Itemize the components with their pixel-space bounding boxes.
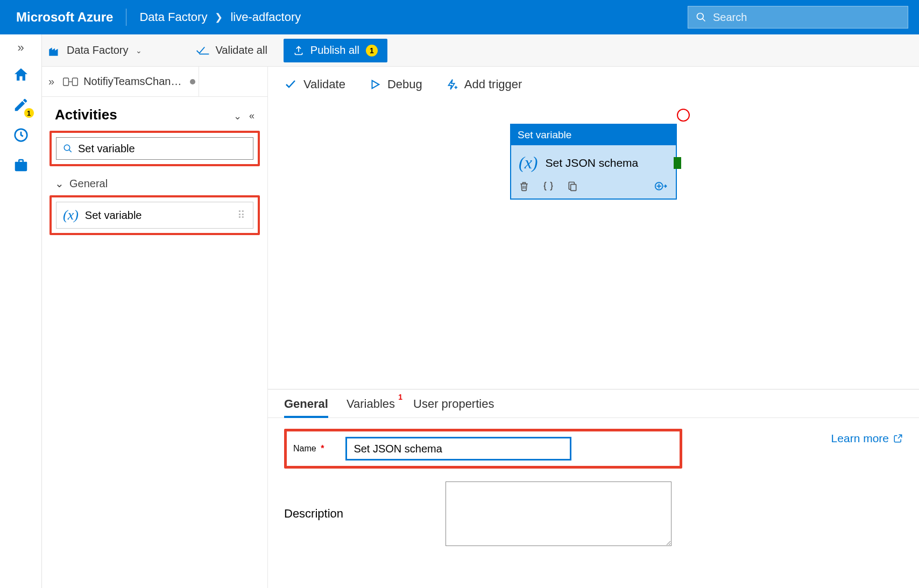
validate-all-label: Validate all — [215, 44, 267, 56]
chevron-right-icon: ❯ — [215, 11, 223, 23]
activity-node-title: Set JSON schema — [546, 157, 639, 169]
delete-icon[interactable] — [519, 180, 529, 192]
variable-icon: (x) — [63, 207, 79, 223]
rail-manage[interactable] — [11, 155, 31, 175]
pipeline-canvas-region: Validate Debug Add trigger — [268, 67, 919, 588]
factory-icon — [47, 44, 61, 58]
unsaved-indicator-icon — [190, 79, 195, 84]
global-search-input[interactable] — [713, 11, 900, 24]
brand-label[interactable]: Microsoft Azure — [16, 10, 113, 25]
publish-all-button[interactable]: Publish all 1 — [284, 39, 387, 62]
selection-ring-icon — [677, 109, 690, 122]
name-label-text: Name — [293, 444, 316, 453]
factory-selector[interactable]: Data Factory ⌄ — [47, 44, 142, 58]
azure-header: Microsoft Azure Data Factory ❯ live-adfa… — [0, 0, 919, 34]
properties-panel: General Variables 1 User properties Lear… — [268, 389, 919, 588]
validate-all-button[interactable]: Validate all — [196, 44, 267, 56]
properties-tabs: General Variables 1 User properties — [268, 389, 919, 418]
activity-node-set-variable[interactable]: Set variable (x) Set JSON schema — [510, 124, 677, 200]
external-link-icon — [893, 434, 903, 443]
properties-tab-user-properties-label: User properties — [413, 397, 494, 410]
activities-search[interactable] — [56, 137, 253, 160]
tab-strip-expand-icon[interactable]: » — [48, 75, 54, 88]
success-output-handle[interactable] — [674, 157, 681, 169]
pipeline-tab[interactable]: NotifiyTeamsChan… — [60, 67, 199, 96]
activity-item-label: Set variable — [85, 209, 142, 222]
publish-icon — [293, 45, 304, 56]
learn-more-link[interactable]: Learn more — [831, 432, 903, 445]
properties-tab-user-properties[interactable]: User properties — [413, 397, 494, 417]
canvas-debug-button[interactable]: Debug — [369, 77, 422, 91]
properties-tab-variables-label: Variables — [347, 397, 395, 410]
learn-more-label: Learn more — [831, 432, 889, 445]
name-input[interactable] — [345, 437, 571, 461]
authoring-toolbar: Data Factory ⌄ Validate all Publish all … — [42, 34, 919, 67]
rail-author[interactable]: 1 — [11, 95, 31, 115]
header-divider — [126, 9, 126, 26]
breadcrumb-leaf[interactable]: live-adfactory — [230, 10, 301, 24]
activity-set-variable[interactable]: (x) Set variable ⠿ — [56, 202, 253, 229]
activities-search-input[interactable] — [78, 143, 246, 155]
canvas-add-trigger-label: Add trigger — [464, 77, 522, 91]
highlight-search-box — [50, 131, 260, 166]
breadcrumb-root[interactable]: Data Factory — [139, 10, 207, 24]
properties-tab-variables[interactable]: Variables 1 — [347, 397, 395, 417]
breadcrumb: Data Factory ❯ live-adfactory — [139, 10, 301, 24]
chevron-down-icon: ⌄ — [136, 46, 142, 55]
canvas-debug-label: Debug — [387, 77, 422, 91]
search-icon — [696, 12, 706, 23]
factory-selector-label: Data Factory — [67, 44, 128, 56]
variable-icon: (x) — [519, 153, 538, 173]
activity-node-footer — [511, 177, 676, 199]
properties-tab-general[interactable]: General — [284, 397, 328, 417]
highlight-activity-item: (x) Set variable ⠿ — [50, 195, 260, 235]
publish-all-label: Publish all — [310, 44, 359, 56]
rail-expand-icon[interactable]: » — [17, 41, 24, 55]
activities-panel: » NotifiyTeamsChan… Activities ⌄ « — [42, 67, 268, 588]
pipeline-tab-label: NotifiyTeamsChan… — [83, 75, 181, 88]
search-icon — [63, 144, 73, 153]
pipeline-icon — [63, 76, 78, 87]
description-input[interactable] — [446, 481, 671, 546]
svg-line-8 — [69, 150, 72, 152]
canvas-body[interactable]: Set variable (x) Set JSON schema — [268, 102, 919, 389]
rail-author-badge: 1 — [24, 108, 34, 118]
svg-marker-9 — [372, 80, 379, 88]
svg-rect-12 — [571, 185, 576, 191]
rail-home[interactable] — [11, 65, 31, 85]
svg-line-1 — [703, 19, 705, 22]
properties-tab-general-label: General — [284, 397, 328, 410]
editor-tab-strip: » NotifiyTeamsChan… — [42, 67, 267, 97]
error-count-badge: 1 — [398, 393, 402, 401]
activities-hide-icon[interactable]: « — [249, 110, 255, 122]
chevron-down-icon: ⌄ — [55, 177, 64, 190]
activities-collapse-icon[interactable]: ⌄ — [234, 110, 242, 122]
name-label: Name * — [293, 444, 324, 454]
copy-icon[interactable] — [567, 180, 578, 192]
check-icon — [284, 78, 297, 91]
rail-monitor[interactable] — [11, 125, 31, 145]
canvas-validate-label: Validate — [303, 77, 345, 91]
drag-grip-icon[interactable]: ⠿ — [237, 209, 246, 222]
activities-group-general[interactable]: ⌄ General — [42, 174, 267, 193]
svg-point-0 — [697, 13, 704, 20]
highlight-name-row: Name * — [284, 429, 682, 469]
publish-count-badge: 1 — [366, 45, 378, 56]
svg-rect-4 — [63, 78, 69, 86]
description-label: Description — [284, 507, 424, 521]
code-braces-icon[interactable] — [542, 180, 554, 192]
global-search[interactable] — [688, 6, 908, 29]
canvas-validate-button[interactable]: Validate — [284, 77, 345, 91]
svg-point-7 — [64, 145, 70, 151]
add-output-icon[interactable] — [654, 180, 668, 192]
lightning-icon — [446, 78, 458, 91]
required-asterisk: * — [321, 444, 324, 453]
svg-rect-5 — [73, 78, 78, 86]
validate-all-icon — [196, 45, 210, 56]
activities-title: Activities — [55, 107, 117, 123]
canvas-toolbar: Validate Debug Add trigger — [268, 67, 919, 102]
activities-group-label: General — [69, 178, 108, 190]
canvas-add-trigger-button[interactable]: Add trigger — [446, 77, 522, 91]
nav-rail: » 1 — [0, 34, 42, 588]
play-icon — [369, 79, 381, 90]
